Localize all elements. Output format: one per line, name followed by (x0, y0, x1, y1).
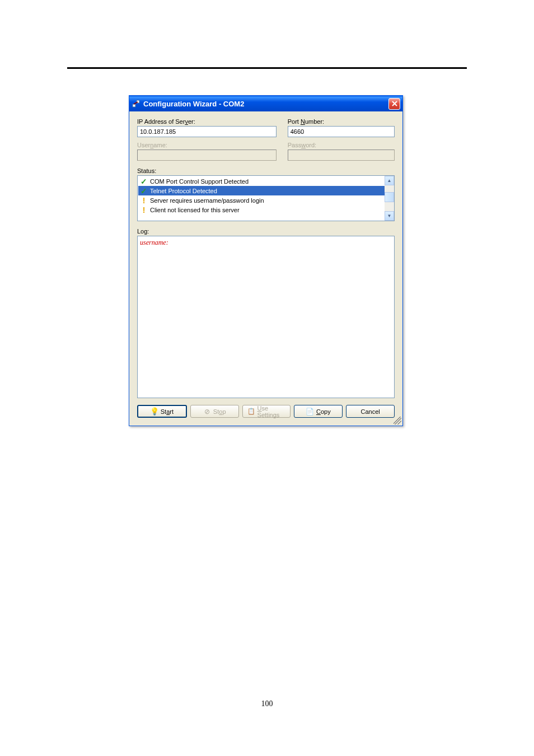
scroll-up-button[interactable]: ▲ (385, 176, 394, 185)
stop-icon: ⊘ (203, 408, 211, 416)
scroll-thumb[interactable] (385, 192, 394, 202)
log-content: username: (140, 239, 168, 246)
dialog-body: IP Address of Server: Port Number: Usern… (129, 111, 402, 426)
use-settings-button: 📋 Use Settings (242, 405, 291, 418)
log-label: Log: (137, 228, 395, 235)
scroll-track[interactable] (385, 185, 394, 211)
svg-rect-0 (133, 104, 135, 107)
status-item-text: Telnet Protocol Detected (150, 188, 217, 194)
status-item-text: Server requires username/password login (150, 197, 264, 204)
username-input (137, 150, 277, 161)
start-button[interactable]: 💡 Start (137, 405, 187, 418)
bulb-icon: 💡 (151, 408, 158, 416)
copy-icon: 📄 (306, 408, 314, 416)
titlebar[interactable]: Configuration Wizard - COM2 (129, 96, 402, 111)
warning-icon: ! (139, 206, 148, 214)
page-number: 100 (0, 699, 534, 708)
status-item-text: COM Port Control Support Detected (150, 178, 249, 185)
status-listbox[interactable]: ✓COM Port Control Support Detected✓Telne… (137, 175, 395, 221)
log-textarea[interactable]: username: (137, 236, 395, 398)
close-button[interactable] (388, 98, 400, 110)
status-item[interactable]: !Client not licensed for this server (138, 205, 394, 214)
username-label: Username: (137, 142, 277, 148)
resize-grip[interactable] (394, 417, 401, 424)
stop-button: ⊘ Stop (190, 405, 239, 418)
settings-icon: 📋 (247, 408, 255, 416)
cancel-button[interactable]: Cancel (346, 405, 395, 418)
password-label: Password: (288, 142, 395, 148)
ip-label: IP Address of Server: (137, 118, 277, 125)
app-icon (132, 99, 140, 108)
check-icon: ✓ (139, 186, 148, 195)
warning-icon: ! (139, 196, 148, 205)
status-scrollbar[interactable]: ▲ ▼ (385, 176, 394, 221)
port-input[interactable] (288, 126, 395, 137)
status-item[interactable]: !Server requires username/password login (138, 195, 394, 205)
port-label: Port Number: (288, 118, 395, 125)
status-item[interactable]: ✓COM Port Control Support Detected (138, 176, 394, 186)
check-icon: ✓ (139, 177, 148, 186)
page-top-divider (67, 67, 467, 69)
button-row: 💡 Start ⊘ Stop 📋 Use Settings 📄 Copy Can… (137, 405, 395, 420)
scroll-down-button[interactable]: ▼ (385, 211, 394, 221)
status-item[interactable]: ✓Telnet Protocol Detected (138, 186, 394, 195)
copy-button[interactable]: 📄 Copy (294, 405, 343, 418)
status-item-text: Client not licensed for this server (150, 207, 240, 213)
ip-input[interactable] (137, 126, 277, 137)
config-wizard-dialog: Configuration Wizard - COM2 IP Address o… (129, 95, 403, 426)
status-label: Status: (137, 167, 395, 174)
password-input (288, 150, 395, 161)
titlebar-text: Configuration Wizard - COM2 (143, 100, 388, 108)
